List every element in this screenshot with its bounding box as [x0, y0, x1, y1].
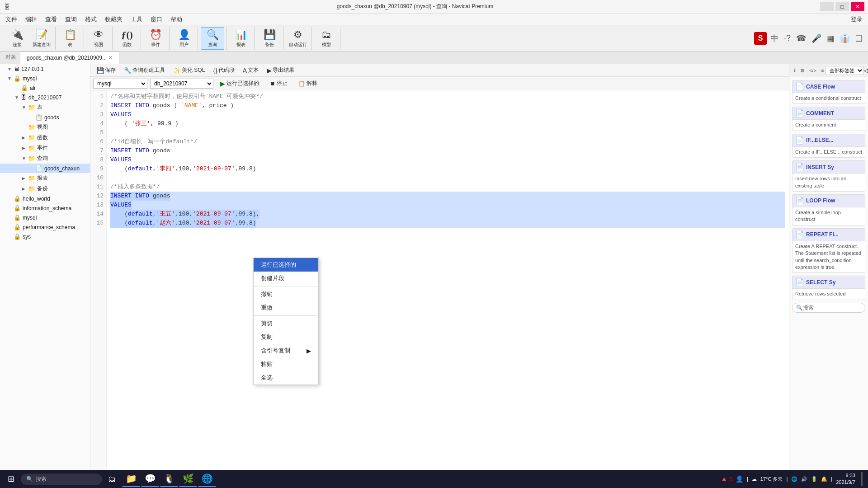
sidebar-item-information-schema[interactable]: 🔒 information_schema: [0, 203, 90, 213]
explain-button[interactable]: 📋 解释: [294, 78, 321, 89]
menu-view[interactable]: 查看: [42, 14, 61, 24]
taskbar-app-wechat[interactable]: 💬: [141, 471, 159, 487]
ctx-select-all[interactable]: 全选: [254, 371, 318, 385]
sidebar-item-reports[interactable]: ▶ 📁 报表: [0, 173, 90, 183]
snippet-repeat[interactable]: 📄 REPEAT Fl... Create A REPEAT construct…: [792, 228, 865, 273]
sidebar-item-goods[interactable]: 📋 goods: [0, 113, 90, 122]
menu-edit[interactable]: 编辑: [22, 14, 41, 24]
query-tab-close[interactable]: ✕: [108, 55, 113, 61]
schema-selector[interactable]: db_20210907: [150, 79, 213, 89]
menu-window[interactable]: 窗口: [147, 14, 166, 24]
snippet-case-flow[interactable]: 📄 CASE Flow Create a conditional constru…: [792, 80, 865, 104]
ctx-cut[interactable]: 剪切: [254, 317, 318, 330]
ctx-paste[interactable]: 粘贴: [254, 357, 318, 371]
text-button[interactable]: A 文本: [240, 65, 262, 75]
query-tab[interactable]: goods_chaxun @db_20210909... ✕: [20, 52, 119, 64]
view-button[interactable]: 👁 视图: [87, 27, 110, 50]
task-view-button[interactable]: 🗂: [103, 471, 121, 487]
snippet-if-else[interactable]: 📄 IF...ELSE... Create a IF...ELSE... con…: [792, 134, 865, 158]
export-button[interactable]: ▶ 导出结果: [264, 65, 297, 75]
ctx-redo[interactable]: 重做: [254, 301, 318, 314]
top-icon-6[interactable]: 👔: [838, 32, 852, 45]
maximize-button[interactable]: □: [835, 2, 849, 11]
top-icon-7[interactable]: ❏: [854, 32, 864, 45]
sidebar-item-tables[interactable]: ▼ 📁 表: [0, 102, 90, 113]
taskbar-search[interactable]: 🔍 搜索: [21, 474, 102, 485]
report-button[interactable]: 📊 报表: [229, 27, 253, 50]
user-button[interactable]: 👤 用户: [172, 27, 196, 50]
new-query-button[interactable]: 📝 新建查询: [30, 27, 53, 50]
sidebar-item-ali[interactable]: 🔒 ali: [0, 83, 90, 93]
menu-tools[interactable]: 工具: [127, 14, 146, 24]
top-icon-2[interactable]: ·?: [782, 32, 793, 45]
menu-query[interactable]: 查询: [61, 14, 80, 24]
show-desktop-button[interactable]: [861, 472, 863, 486]
sidebar-item-funcs[interactable]: ▶ 📁 函数: [0, 132, 90, 143]
snippet-loop[interactable]: 📄 LOOP Flow Create a simple loop constru…: [792, 194, 865, 225]
sidebar-item-events[interactable]: ▶ 📁 事件: [0, 143, 90, 153]
db-selector[interactable]: mysql: [93, 79, 147, 89]
top-icon-5[interactable]: ▦: [825, 32, 836, 45]
taskbar-app-app2[interactable]: 🌿: [179, 471, 197, 487]
sidebar-item-mysql2[interactable]: 🔒 mysql: [0, 213, 90, 222]
connect-button[interactable]: 🔌 连接: [5, 27, 29, 50]
ctx-copy[interactable]: 复制: [254, 330, 318, 344]
sidebar-item-mysql[interactable]: ▼ 🔒 mysql: [0, 74, 90, 83]
query-button[interactable]: 🔍 查询: [201, 27, 224, 50]
menu-file[interactable]: 文件: [2, 14, 21, 24]
sidebar-item-backups[interactable]: ▶ 📁 备份: [0, 183, 90, 194]
func-button[interactable]: ƒ() 函数: [115, 27, 139, 50]
ctx-undo[interactable]: 撤销: [254, 287, 318, 301]
ctx-create-snippet[interactable]: 创建片段: [254, 272, 318, 285]
run-selected-button[interactable]: ▶ 运行已选择的: [216, 78, 263, 89]
rp-collapse-icon[interactable]: ◁: [864, 67, 868, 74]
sidebar-item-queries[interactable]: ▼ 📁 查询: [0, 153, 90, 164]
event-button[interactable]: ⏰ 事件: [144, 27, 167, 50]
backup-button[interactable]: 💾 备份: [258, 27, 281, 50]
sidebar-item-sys[interactable]: 🔒 sys: [0, 232, 90, 241]
top-icon-4[interactable]: 🎤: [810, 32, 823, 45]
rp-tab-list[interactable]: ≡: [819, 67, 826, 75]
taskbar-app-navicat[interactable]: 🐧: [160, 471, 178, 487]
sidebar-item-performance-schema[interactable]: 🔒 performance_schema: [0, 222, 90, 232]
menu-help[interactable]: 帮助: [167, 14, 186, 24]
sidebar-item-views[interactable]: 📁 视图: [0, 122, 90, 132]
sidebar-item-ip[interactable]: ▼ 🖥 127.0.0.1: [0, 64, 90, 74]
tray-icon-navicat[interactable]: S: [730, 475, 734, 483]
ctx-copy-quoted[interactable]: 含引号复制 ▶: [254, 344, 318, 357]
menu-favorites[interactable]: 收藏夹: [101, 14, 126, 24]
close-button[interactable]: ✕: [851, 2, 864, 11]
top-icon-1[interactable]: 中: [769, 31, 780, 46]
save-button[interactable]: 💾 保存: [93, 65, 119, 75]
taskbar-app-explorer[interactable]: 📁: [122, 471, 140, 487]
rp-tab-settings[interactable]: ⚙: [798, 67, 807, 75]
beautify-button[interactable]: ✨ 美化 SQL: [170, 65, 208, 75]
rp-tab-code[interactable]: </>: [807, 67, 818, 75]
top-icon-3[interactable]: ☎: [794, 32, 808, 45]
rp-tab-dropdown[interactable]: 全部标签签: [826, 66, 864, 75]
rp-tab-info[interactable]: ℹ: [792, 67, 797, 75]
snippet-search-input[interactable]: [803, 305, 861, 311]
autorun-button[interactable]: ⚙ 自动运行: [286, 27, 310, 50]
code-editor[interactable]: /*名称和关键字相同时，使用反引号`NAME`可避免冲突*/ INSERT IN…: [107, 90, 789, 476]
tray-icon-user[interactable]: 👤: [736, 475, 743, 483]
tray-icon-1[interactable]: 🔺: [720, 475, 728, 483]
start-button[interactable]: ⊞: [2, 471, 20, 487]
snippet-comment[interactable]: 📄 COMMENT Create a comment: [792, 107, 865, 131]
ctx-run-selected[interactable]: 运行已选择的: [254, 258, 318, 272]
tab-object[interactable]: 对象: [2, 52, 20, 64]
model-button[interactable]: 🗂 模型: [315, 27, 338, 50]
snippet-select[interactable]: 📄 SELECT Sy Retrieve rows selected: [792, 276, 865, 300]
taskbar-app-chrome[interactable]: 🌐: [198, 471, 216, 487]
sidebar-item-db20210907[interactable]: ▼ 🗄 db_20210907: [0, 93, 90, 102]
query-builder-button[interactable]: 🔧 查询创建工具: [121, 65, 168, 75]
sidebar-item-goods-chaxun[interactable]: 📄 goods_chaxun: [0, 164, 90, 173]
sidebar-item-hello-world[interactable]: 🔒 hello_world: [0, 194, 90, 203]
snippet-insert[interactable]: 📄 INSERT Sy Insert new rows into an exis…: [792, 160, 865, 192]
stop-button[interactable]: ⏹ 停止: [266, 78, 292, 89]
table-button[interactable]: 📋 表: [58, 27, 82, 50]
menu-login[interactable]: 登录: [851, 15, 866, 23]
menu-format[interactable]: 格式: [81, 14, 100, 24]
minimize-button[interactable]: ─: [820, 2, 834, 11]
code-segment-button[interactable]: {} 代码段: [210, 65, 237, 75]
